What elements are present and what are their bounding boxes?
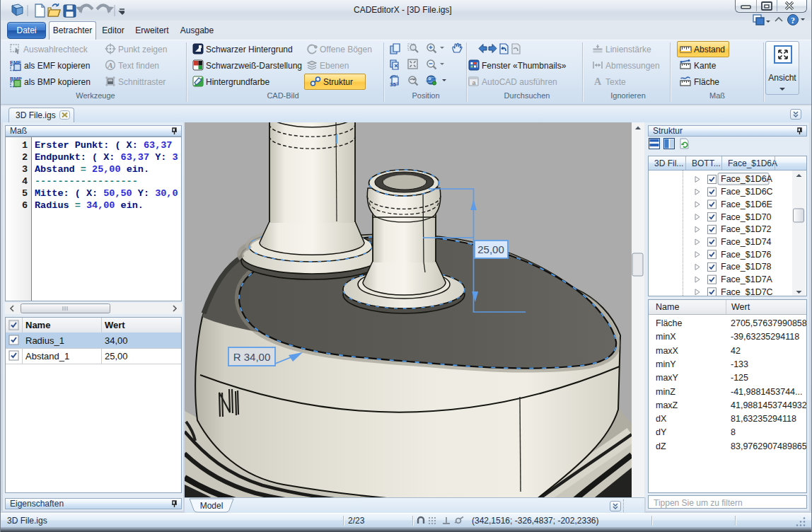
svg-text:minZ: minZ: [656, 387, 675, 397]
svg-text:35°: 35°: [390, 81, 398, 88]
svg-text:maxX: maxX: [656, 346, 679, 356]
svg-text:25,00: 25,00: [477, 243, 504, 255]
svg-text:maxY: maxY: [656, 373, 679, 383]
svg-text:Face_$1D7C: Face_$1D7C: [721, 287, 773, 296]
svg-text:A: A: [107, 61, 112, 69]
svg-text:81,63235294118: 81,63235294118: [731, 414, 796, 424]
svg-text:Fläche: Fläche: [656, 318, 683, 328]
svg-text:Face_$1D70: Face_$1D70: [721, 212, 772, 222]
svg-text:minY: minY: [656, 359, 676, 369]
svg-text:-125: -125: [731, 373, 748, 383]
svg-text:A: A: [594, 76, 602, 87]
svg-text:Face_$1D6A: Face_$1D6A: [721, 174, 773, 184]
svg-text:Face_$1D7A: Face_$1D7A: [721, 274, 773, 284]
svg-text:dY: dY: [656, 427, 667, 437]
svg-text:maxZ: maxZ: [656, 400, 678, 410]
svg-text:dZ: dZ: [656, 441, 666, 451]
svg-text:2705,57637990858: 2705,57637990858: [731, 318, 806, 328]
svg-text:41,9881453744932: 41,9881453744932: [731, 400, 806, 410]
svg-text:minX: minX: [656, 332, 676, 342]
svg-text:Face_$1D6E: Face_$1D6E: [721, 200, 772, 209]
svg-text:-41,9881453744...: -41,9881453744...: [731, 387, 802, 397]
svg-text:Face_$1D72: Face_$1D72: [721, 224, 772, 234]
svg-text:dX: dX: [656, 414, 667, 424]
svg-text:R 34,00: R 34,00: [233, 351, 271, 363]
svg-text:Face_$1D76: Face_$1D76: [721, 250, 772, 260]
svg-text:Face_$1D74: Face_$1D74: [721, 237, 772, 247]
svg-text:42: 42: [731, 346, 741, 356]
svg-text:-133: -133: [731, 359, 748, 369]
svg-text:83,9762907489865: 83,9762907489865: [731, 441, 806, 451]
svg-text:Model: Model: [200, 501, 224, 511]
svg-text:8: 8: [731, 427, 736, 437]
svg-text:Face_$1D6C: Face_$1D6C: [721, 187, 773, 197]
svg-text:Face_$1D78: Face_$1D78: [721, 262, 772, 272]
svg-text:-39,63235294118: -39,63235294118: [731, 332, 799, 342]
svg-text:?: ?: [791, 16, 795, 25]
